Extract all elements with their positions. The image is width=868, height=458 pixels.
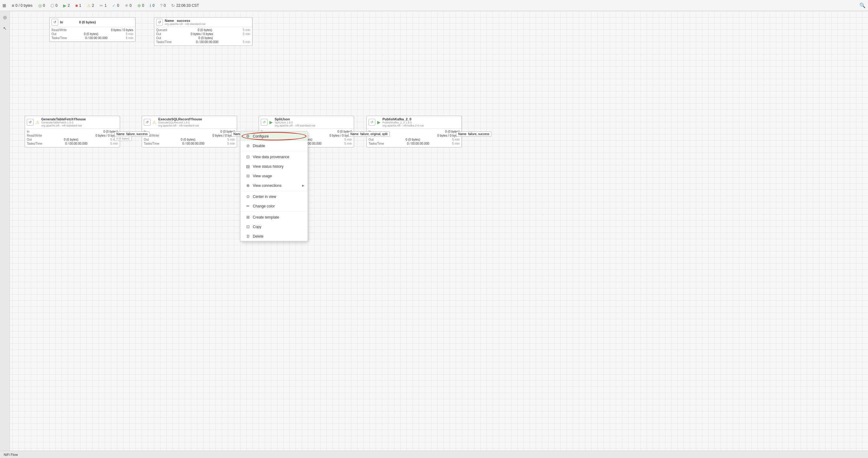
- copy-icon: ⊡: [245, 224, 250, 229]
- navigate-icon[interactable]: ◎: [1, 13, 9, 21]
- menu-item-copy[interactable]: ⊡ Copy: [241, 222, 308, 231]
- menu-item-view-provenance[interactable]: ⊡ View data provenance: [241, 152, 308, 162]
- toolbar-stop[interactable]: ■ 1: [75, 3, 81, 8]
- queued-badge-generate: 0 (0 bytes): [114, 136, 132, 141]
- copy-label: Copy: [253, 225, 261, 229]
- status-label: NiFi Flow: [4, 453, 18, 456]
- search-icon: 🔍: [859, 3, 866, 8]
- processor-body: Read/Write 0 bytes / 0 bytes Out 0 (0 by…: [50, 27, 135, 41]
- create-template-label: Create template: [253, 215, 279, 220]
- search-button[interactable]: 🔍: [859, 2, 866, 8]
- toolbar-check-green[interactable]: ◎ 0: [38, 3, 45, 8]
- toolbar-check-blue[interactable]: ✓ 0: [112, 3, 119, 8]
- select-icon[interactable]: ↖: [1, 25, 9, 32]
- processor-header: ↺ ⚠ ExecuteSQLRecordYhouse ExecuteSQLRec…: [142, 116, 237, 129]
- proc-stat-readwrite: Read/Write 0 bytes / 0 bytes: [52, 28, 133, 32]
- stop-count: 1: [79, 3, 81, 8]
- color-icon: ✏: [245, 204, 250, 208]
- menu-item-delete[interactable]: 🗑 Delete: [241, 231, 308, 241]
- processor-top-center[interactable]: ↺ Name success org.apache.nifi - nifi-st…: [154, 17, 252, 46]
- warning-icon: ⚠: [87, 3, 91, 8]
- processor-icon: ↺: [144, 119, 151, 126]
- warning-count: 2: [92, 3, 94, 8]
- scissors-icon: ✂: [99, 3, 103, 8]
- menu-item-change-color[interactable]: ✏ Change color: [241, 201, 308, 211]
- proc-stat-out: Out 0 (0 bytes) 5 min: [144, 138, 235, 141]
- menu-divider-1: [241, 151, 308, 152]
- warning-triangle-icon: ⚠: [152, 120, 156, 125]
- asterisk-count: 0: [130, 3, 132, 8]
- link-icon: ⬡: [51, 3, 54, 8]
- configure-icon: ⚙: [245, 134, 250, 138]
- menu-item-view-status[interactable]: ▤ View status history: [241, 162, 308, 171]
- toolbar-circle-plus[interactable]: ⊕ 0: [137, 3, 145, 8]
- toolbar-asterisk[interactable]: ✳ 0: [125, 3, 132, 8]
- stop-icon: ■: [75, 3, 78, 8]
- processor-refresh-icon: ↺: [156, 19, 163, 26]
- provenance-icon: ⊡: [245, 155, 250, 159]
- processor-execute[interactable]: ↺ ⚠ ExecuteSQLRecordYhouse ExecuteSQLRec…: [142, 116, 237, 148]
- toolbar-grid[interactable]: ⊞: [2, 3, 6, 8]
- toolbar-refresh[interactable]: ↻ 22:06:33 CST: [171, 3, 199, 8]
- proc-stat-in: In 0 (0 bytes): [144, 130, 235, 133]
- menu-divider-2: [241, 191, 308, 191]
- circle-plus-icon: ⊕: [137, 3, 141, 8]
- processor-type: GenerateTableFetch 1.8.0: [41, 121, 86, 124]
- asterisk-icon: ✳: [125, 3, 128, 8]
- menu-item-center-view[interactable]: ⊙ Center in view: [241, 192, 308, 201]
- processor-body: In 0 (0 bytes) Read/Write 0 bytes / 0 by…: [25, 129, 120, 147]
- toolbar-question[interactable]: ? 0: [160, 3, 166, 8]
- disable-icon: ⊘: [245, 143, 250, 148]
- menu-item-disable[interactable]: ⊘ Disable: [241, 141, 308, 151]
- center-view-label: Center in view: [253, 195, 276, 199]
- toolbar-warning[interactable]: ⚠ 2: [87, 3, 94, 8]
- processor-header: ↺ ▶ PublishKafka_2_0 PublishKafka_2_0 1.…: [367, 116, 462, 129]
- circle-plus-count: 0: [142, 3, 145, 8]
- delete-icon: 🗑: [245, 234, 250, 238]
- processor-title: Name success: [165, 19, 206, 23]
- toolbar-scissors[interactable]: ✂ 1: [99, 3, 106, 8]
- processor-body: Queued 0 (0 bytes) 5 min Out 0 bytes / 0…: [154, 27, 252, 45]
- main-toolbar: ⊞ ≡ 0 / 0 bytes ◎ 0 ⬡ 0 ▶ 2 ■ 1 ⚠ 2 ✂ 1 …: [0, 0, 868, 11]
- menu-item-create-template[interactable]: ⊞ Create template: [241, 212, 308, 222]
- view-connections-label: View connections: [253, 184, 281, 188]
- toolbar-play[interactable]: ▶ 2: [63, 3, 70, 8]
- toolbar-info[interactable]: ℹ 0: [150, 3, 155, 8]
- toolbar-storage[interactable]: ≡ 0 / 0 bytes: [12, 3, 33, 8]
- view-provenance-label: View data provenance: [253, 155, 289, 159]
- connections-icon: ⊕: [245, 183, 250, 188]
- proc-stat-out: Out 0 (0 bytes) 5 min: [52, 32, 133, 36]
- processor-header: ↺ In 0 (0 bytes): [50, 18, 135, 27]
- storage-label: 0 / 0 bytes: [16, 3, 32, 8]
- info-count: 0: [152, 3, 155, 8]
- play-count: 2: [68, 3, 70, 8]
- question-icon: ?: [160, 3, 162, 8]
- proc-stat-tasks: Tasks/Time 0 / 00:00:00.000 5 min: [52, 36, 133, 40]
- arrow-icon: ▶: [302, 184, 305, 187]
- context-menu: ⚙ Configure ⊘ Disable ⊡ View data proven…: [240, 131, 308, 241]
- name-badge-kafka: Name failure, success: [456, 131, 491, 137]
- processor-generate[interactable]: ↺ ⚠ GenerateTableFetchYhouse GenerateTab…: [25, 116, 120, 148]
- processor-type: PublishKafka_2_0 1.8.0: [382, 121, 424, 124]
- menu-item-view-usage[interactable]: ⊟ View usage: [241, 171, 308, 181]
- processor-pkg: org.apache.nifi - nifi-kafka-2-0-nar: [382, 124, 424, 127]
- check-green-count: 0: [43, 3, 45, 8]
- proc-stat-queued: Queued 0 (0 bytes) 5 min: [156, 28, 250, 32]
- play-icon: ▶: [63, 3, 66, 8]
- usage-icon: ⊟: [245, 173, 250, 178]
- proc-stat-tasks: Tasks/Time 0 / 00:00:00.000 5 min: [156, 40, 250, 44]
- processor-name: In 0 (0 bytes): [60, 20, 96, 24]
- toolbar-link[interactable]: ⬡ 0: [51, 3, 58, 8]
- canvas: ◎ ↖ ↺ In 0 (0 bytes) Read/Write 0 bytes …: [0, 11, 868, 451]
- processor-top-left[interactable]: ↺ In 0 (0 bytes) Read/Write 0 bytes / 0 …: [49, 17, 135, 42]
- processor-pkg: org.apache.nifi - nifi-standard-nar: [275, 124, 316, 127]
- menu-divider-3: [241, 211, 308, 212]
- view-usage-label: View usage: [253, 174, 272, 178]
- play-run-icon2: ▶: [377, 120, 380, 125]
- proc-stat-in: In 0 (0 bytes): [27, 130, 118, 133]
- question-count: 0: [164, 3, 166, 8]
- configure-label: Configure: [253, 134, 269, 138]
- menu-item-configure[interactable]: ⚙ Configure: [241, 131, 308, 141]
- menu-item-view-connections[interactable]: ⊕ View connections ▶: [241, 181, 308, 190]
- processor-name: GenerateTableFetchYhouse: [41, 117, 86, 121]
